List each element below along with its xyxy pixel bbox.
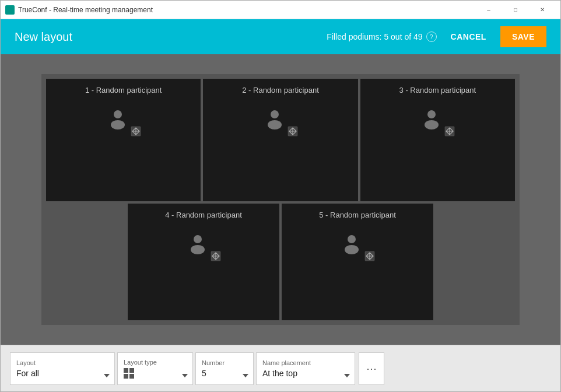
- layout-type-dropdown[interactable]: Layout type: [117, 352, 193, 385]
- name-placement-value: At the top: [262, 369, 297, 378]
- svg-point-0: [114, 110, 122, 118]
- app-icon: [5, 5, 15, 15]
- name-placement-dropdown[interactable]: Name placement At the top: [256, 352, 355, 385]
- person-icon: [422, 108, 444, 131]
- layout-dropdown[interactable]: Layout For all: [10, 352, 115, 385]
- svg-point-9: [194, 235, 202, 243]
- svg-point-10: [191, 245, 205, 254]
- svg-point-13: [345, 245, 359, 254]
- podium-3[interactable]: 3 - Random participant: [360, 79, 515, 201]
- footer-controls: Layout For all Layout type Number: [1, 345, 560, 391]
- svg-point-1: [111, 120, 125, 130]
- main-content: 1 - Random participant: [1, 54, 560, 345]
- page-title: New layout: [15, 30, 327, 44]
- person-icon: [108, 108, 131, 131]
- number-value: 5: [202, 369, 206, 378]
- layout-type-dropdown-arrow: [182, 374, 188, 377]
- podium-4-icon: [188, 233, 219, 259]
- move-icon: [131, 126, 141, 136]
- podium-2[interactable]: 2 - Random participant: [203, 79, 357, 201]
- grid-layout-icon: [124, 368, 134, 379]
- layout-value: For all: [16, 369, 39, 378]
- podium-3-icon: [422, 108, 453, 134]
- number-dropdown[interactable]: Number 5: [195, 352, 254, 385]
- svg-point-4: [268, 120, 282, 130]
- help-icon[interactable]: ?: [426, 32, 437, 42]
- move-icon: [211, 251, 221, 261]
- cancel-button[interactable]: CANCEL: [446, 32, 491, 41]
- podium-1[interactable]: 1 - Random participant: [46, 79, 201, 201]
- layout-bottom-row: 4 - Random participant: [46, 204, 515, 320]
- podium-5[interactable]: 5 - Random participant: [282, 204, 433, 320]
- person-icon: [188, 233, 211, 256]
- layout-grid: 1 - Random participant: [41, 74, 520, 325]
- window-controls: – □ ✕: [475, 1, 556, 19]
- move-icon: [364, 251, 375, 261]
- podium-2-icon: [265, 108, 296, 134]
- minimize-button[interactable]: –: [475, 1, 502, 19]
- app-header: New layout Filled podiums: 5 out of 49 ?…: [1, 19, 560, 54]
- person-icon: [265, 108, 287, 131]
- more-options-button[interactable]: ⋯: [359, 352, 384, 385]
- header-right: Filled podiums: 5 out of 49 ? CANCEL SAV…: [327, 26, 546, 47]
- layout-dropdown-arrow: [104, 374, 110, 377]
- maximize-button[interactable]: □: [502, 1, 529, 19]
- person-icon: [342, 233, 364, 256]
- layout-top-row: 1 - Random participant: [46, 79, 515, 201]
- move-icon: [444, 126, 455, 136]
- move-icon: [287, 126, 298, 136]
- save-button[interactable]: SAVE: [500, 26, 546, 47]
- svg-point-12: [348, 235, 356, 243]
- svg-point-6: [427, 110, 436, 118]
- name-placement-dropdown-arrow: [344, 374, 350, 377]
- svg-point-7: [425, 120, 439, 130]
- podium-4[interactable]: 4 - Random participant: [128, 204, 279, 320]
- close-button[interactable]: ✕: [529, 1, 556, 19]
- title-bar: TrueConf - Real-time meeting management …: [1, 1, 560, 19]
- podium-1-icon: [108, 108, 139, 134]
- filled-podiums-info: Filled podiums: 5 out of 49 ?: [327, 32, 436, 42]
- number-dropdown-arrow: [243, 374, 248, 377]
- window-title: TrueConf - Real-time meeting management: [18, 6, 475, 14]
- podium-5-icon: [342, 233, 373, 259]
- svg-point-3: [271, 110, 279, 118]
